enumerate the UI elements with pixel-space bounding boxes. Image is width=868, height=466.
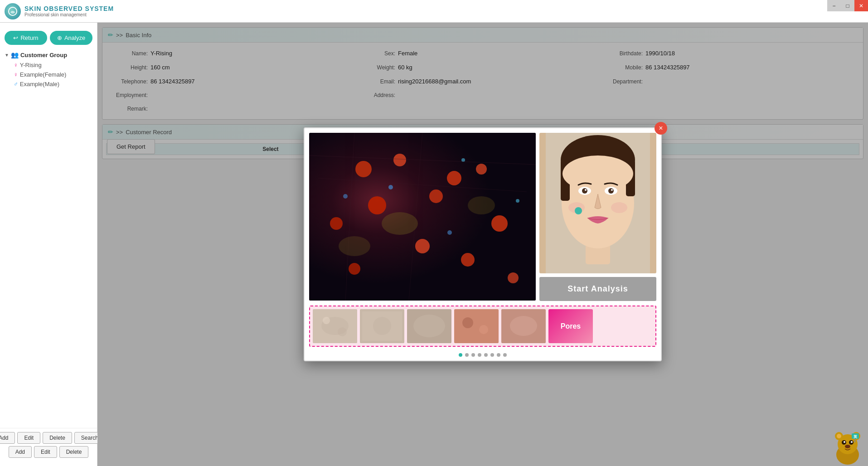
delete-button-1[interactable]: Delete [43,432,72,444]
dots-indicator [305,351,661,360]
svg-point-1 [10,11,15,14]
maximize-button[interactable]: □ [841,0,854,11]
svg-point-6 [447,171,461,185]
svg-point-27 [339,236,370,256]
thumbnail-1[interactable] [313,309,357,343]
tree-expand-icon: ▼ [5,53,9,58]
modal-overlay: × [97,23,868,466]
svg-point-40 [611,189,613,191]
svg-point-18 [343,194,348,199]
svg-point-26 [468,196,495,214]
window-controls: − □ ✕ [827,0,868,11]
skin-image [309,133,536,301]
sidebar-actions: ↩ Return ⊕ Analyze [0,27,97,45]
person-male-icon: ♂ [14,81,18,87]
tree-item-example-male[interactable]: ♂ Example(Male) [2,79,95,89]
tree-item-label-2: Example(Female) [20,71,67,78]
svg-point-5 [393,154,406,166]
thumbnail-3[interactable] [407,309,451,343]
svg-point-34 [563,155,633,192]
dot-8 [503,353,507,357]
svg-point-15 [508,272,519,283]
svg-point-11 [491,215,508,232]
svg-point-10 [330,217,343,230]
thumbnail-5[interactable] [501,309,546,343]
content-area: ✏ >> Basic Info Name: Y-Rising Sex: Fema… [97,23,868,466]
svg-point-68 [845,445,850,448]
close-button[interactable]: ✕ [854,0,868,11]
svg-point-20 [447,230,452,235]
edit-button-2[interactable]: Edit [34,446,57,458]
svg-point-46 [323,317,330,324]
svg-point-67 [851,441,853,443]
mascot: 英 [832,430,863,461]
pores-thumbnail[interactable]: Pores [548,309,593,343]
svg-point-13 [349,263,360,275]
face-image [539,133,656,273]
logo-text: SKIN OBSERVED SYSTEM Professional skin m… [24,5,114,17]
dot-2 [465,353,469,357]
tree-item-example-female[interactable]: ♀ Example(Female) [2,70,95,79]
svg-point-38 [608,188,614,194]
dot-7 [497,353,500,357]
minimize-button[interactable]: − [827,0,841,11]
analyze-button[interactable]: ⊕ Analyze [50,31,92,45]
svg-point-9 [476,164,487,175]
dot-6 [490,353,494,357]
sidebar-btn-row-1: Add Edit Delete Search [4,432,93,444]
edit-button-1[interactable]: Edit [17,432,40,444]
analyze-icon: ⊕ [57,34,62,41]
dot-1 [459,353,462,357]
thumbnail-4[interactable] [454,309,499,343]
svg-point-14 [461,253,475,267]
person-female-icon: ♀ [14,62,18,68]
logo-icon [5,3,21,19]
delete-button-2[interactable]: Delete [59,446,89,458]
svg-point-39 [585,189,587,191]
sidebar-bottom: Add Edit Delete Search Add Edit Delete [0,428,97,461]
modal-body: Start Analysis [305,128,661,306]
return-button[interactable]: ↩ Return [5,31,47,45]
add-button-1[interactable]: Add [0,432,15,444]
main-layout: ↩ Return ⊕ Analyze ▼ 👥 Customer Group ♀ … [0,23,868,466]
sidebar: ↩ Return ⊕ Analyze ▼ 👥 Customer Group ♀ … [0,23,97,466]
svg-point-7 [368,196,386,214]
svg-rect-71 [854,439,855,442]
group-icon: 👥 [11,51,19,58]
tree-item-label-3: Example(Male) [20,81,59,87]
svg-point-19 [516,199,519,203]
return-icon: ↩ [13,34,18,41]
svg-point-42 [611,202,627,213]
svg-point-61 [837,434,841,438]
tree-item-label: Y-Rising [20,62,42,68]
svg-point-8 [429,189,443,203]
svg-point-17 [461,158,465,162]
app-title: SKIN OBSERVED SYSTEM [24,5,114,12]
start-analysis-button[interactable]: Start Analysis [539,277,656,301]
analysis-modal: × [304,127,662,361]
svg-point-47 [338,327,347,336]
add-button-2[interactable]: Add [9,446,32,458]
tree-area: ▼ 👥 Customer Group ♀ Y-Rising ♀ Example(… [0,45,97,428]
tree-root[interactable]: ▼ 👥 Customer Group [2,49,95,60]
tree-item-yrising[interactable]: ♀ Y-Rising [2,60,95,70]
thumbnail-2[interactable] [360,309,404,343]
svg-point-37 [582,188,587,194]
svg-point-66 [844,441,845,443]
analyze-label: Analyze [64,34,85,41]
svg-text:英: 英 [853,435,858,439]
modal-close-button[interactable]: × [655,122,667,135]
svg-point-4 [355,161,372,177]
top-bar: SKIN OBSERVED SYSTEM Professional skin m… [0,0,868,23]
app-logo: SKIN OBSERVED SYSTEM Professional skin m… [5,3,114,19]
svg-point-43 [575,207,582,214]
svg-point-12 [415,239,430,253]
svg-point-25 [382,212,418,235]
thumbnail-strip: Pores [309,306,656,347]
svg-point-54 [462,317,473,328]
sidebar-btn-row-2: Add Edit Delete [4,446,93,458]
svg-point-50 [373,317,391,335]
dot-5 [484,353,488,357]
svg-point-52 [413,315,445,337]
svg-rect-53 [454,309,499,343]
